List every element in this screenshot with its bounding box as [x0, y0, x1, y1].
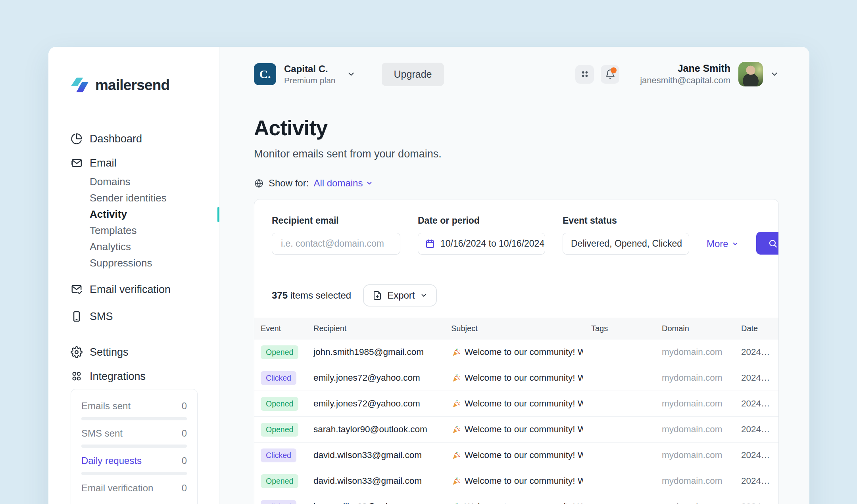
sidebar-item-templates[interactable]: Templates: [90, 222, 203, 239]
subject-text: Welcome to our community! We'...: [465, 424, 583, 435]
usage-value: 0: [182, 428, 187, 439]
party-popper-icon: [451, 399, 461, 408]
sidebar-item-label: Domains: [90, 176, 131, 188]
sidebar-item-dashboard[interactable]: Dashboard: [71, 131, 203, 147]
subject-text: Welcome to our community! We'...: [465, 399, 583, 409]
selection-row: 375 items selected Export: [254, 273, 778, 318]
domain-filter-dropdown[interactable]: All domains: [313, 178, 373, 189]
party-popper-icon: [451, 450, 461, 460]
sidebar: mailersend DashboardEmailDomainsSender i…: [48, 47, 219, 504]
subject-text: Welcome to our community! We'...: [465, 347, 583, 357]
column-header-domain: Domain: [662, 324, 733, 333]
cell-domain: mydomain.com: [662, 399, 733, 409]
usage-progress-bar: [81, 472, 187, 475]
page-subtitle: Monitor emails sent from your domains.: [254, 148, 779, 160]
usage-value: 0: [182, 401, 187, 412]
cell-recipient: david.wilson33@gmail.com: [313, 450, 443, 460]
cell-date: 2024-10-17 21:46:21: [741, 424, 772, 435]
sidebar-item-integrations[interactable]: Integrations: [71, 368, 203, 384]
cell-domain: mydomain.com: [662, 476, 733, 486]
column-header-recipient: Recipient: [313, 324, 443, 333]
usage-row-emails-sent: Emails sent0: [81, 401, 187, 412]
party-popper-icon: [451, 476, 461, 486]
sidebar-item-activity[interactable]: Activity: [90, 206, 203, 222]
apps-grid-button[interactable]: [575, 65, 594, 84]
usage-widget: Emails sent0SMS sent0Daily requests0Emai…: [71, 389, 198, 504]
date-period-label: Date or period: [418, 215, 545, 226]
export-button[interactable]: Export: [363, 284, 436, 307]
brand-name: mailersend: [95, 77, 169, 94]
sidebar-nav: DashboardEmailDomainsSender identitiesAc…: [71, 131, 219, 384]
sidebar-item-label: Email: [90, 157, 117, 169]
table-row[interactable]: Openeddavid.wilson33@gmail.comWelcome to…: [254, 468, 778, 494]
apps-grid-icon: [580, 69, 590, 79]
sidebar-item-analytics[interactable]: Analytics: [90, 239, 203, 255]
sidebar-item-label: Email verification: [90, 284, 171, 296]
event-status-select[interactable]: Delivered, Opened, Clicked: [563, 233, 689, 255]
show-for-label: Show for:: [269, 178, 309, 189]
usage-progress-bar: [81, 445, 187, 448]
table-row[interactable]: Openedsarah.taylor90@outlook.comWelcome …: [254, 416, 778, 442]
cell-domain: mydomain.com: [662, 450, 733, 460]
cell-subject: Welcome to our community! We'...: [451, 424, 583, 435]
export-label: Export: [387, 290, 415, 301]
filters-bar: Recipient email Date or period 10/16/202…: [254, 199, 778, 273]
recipient-email-label: Recipient email: [272, 215, 400, 226]
user-menu[interactable]: Jane Smith janesmith@capital.com: [640, 62, 779, 86]
account-avatar: C.: [254, 63, 276, 85]
sidebar-item-email-verification[interactable]: Email verification: [71, 282, 203, 297]
subject-text: Welcome to our community! We'...: [465, 450, 583, 460]
brand-logo[interactable]: mailersend: [71, 76, 219, 94]
sidebar-item-label: Settings: [90, 346, 129, 358]
selection-count-text: 375 items selected: [272, 290, 351, 301]
cell-date: 2024-10-17 21:48:05: [741, 373, 772, 383]
sidebar-item-domains[interactable]: Domains: [90, 174, 203, 190]
event-status-badge: Clicked: [261, 371, 296, 385]
search-button[interactable]: Search: [756, 232, 779, 255]
upgrade-button[interactable]: Upgrade: [382, 63, 444, 86]
settings-icon: [71, 346, 83, 358]
user-texts: Jane Smith janesmith@capital.com: [640, 63, 730, 86]
cell-domain: mydomain.com: [662, 347, 733, 357]
cell-date: 2024-10-17 21:45:09: [741, 476, 772, 486]
cell-domain: mydomain.com: [662, 424, 733, 435]
sidebar-item-email[interactable]: Email: [71, 155, 203, 171]
sidebar-item-label: Integrations: [90, 370, 146, 383]
chevron-down-icon: [420, 292, 427, 299]
table-row[interactable]: Clickeddavid.wilson33@gmail.comWelcome t…: [254, 442, 778, 468]
page-title: Activity: [254, 116, 779, 140]
sidebar-item-label: Dashboard: [90, 133, 142, 145]
user-avatar: [738, 62, 763, 86]
usage-label: Daily requests: [81, 455, 142, 466]
calendar-icon: [425, 239, 435, 249]
usage-row-daily-requests[interactable]: Daily requests0: [81, 455, 187, 466]
recipient-email-input[interactable]: [272, 233, 400, 255]
active-indicator: [217, 207, 219, 222]
activity-panel: Recipient email Date or period 10/16/202…: [254, 199, 779, 504]
more-filters-button[interactable]: More: [707, 238, 739, 255]
date-period-value: 10/16/2024 to 10/16/2024: [440, 238, 544, 249]
top-header: C. Capital C. Premium plan Upgrade Jane …: [254, 63, 779, 86]
event-status-label: Event status: [563, 215, 689, 226]
cell-subject: Welcome to our community! We'...: [451, 476, 583, 486]
event-status-badge: Clicked: [261, 448, 296, 462]
cell-domain: mydomain.com: [662, 373, 733, 383]
sidebar-item-settings[interactable]: Settings: [71, 344, 203, 360]
sidebar-item-sender-identities[interactable]: Sender identities: [90, 190, 203, 206]
usage-rows: Emails sent0SMS sent0Daily requests0Emai…: [81, 401, 187, 494]
cell-domain: mydomain.com: [662, 502, 733, 504]
sidebar-item-sms[interactable]: SMS: [71, 309, 203, 324]
notifications-button[interactable]: [601, 65, 619, 84]
mailersend-logo-icon: [71, 76, 89, 94]
date-period-input[interactable]: 10/16/2024 to 10/16/2024: [418, 233, 545, 255]
sidebar-item-suppressions[interactable]: Suppressions: [90, 255, 203, 271]
table-row[interactable]: Clickedlaura.miller68@yahoo.comWelcome t…: [254, 494, 778, 504]
table-row[interactable]: Clickedemily.jones72@yahoo.comWelcome to…: [254, 365, 778, 391]
cell-subject: Welcome to our community! We'...: [451, 450, 583, 460]
account-switcher[interactable]: C. Capital C. Premium plan: [254, 63, 355, 85]
table-row[interactable]: Openedemily.jones72@yahoo.comWelcome to …: [254, 391, 778, 416]
cell-event: Opened: [261, 397, 306, 411]
table-row[interactable]: Openedjohn.smith1985@gmail.comWelcome to…: [254, 339, 778, 365]
subject-text: Welcome to our community! We'...: [465, 502, 583, 504]
usage-value: 0: [182, 455, 187, 466]
